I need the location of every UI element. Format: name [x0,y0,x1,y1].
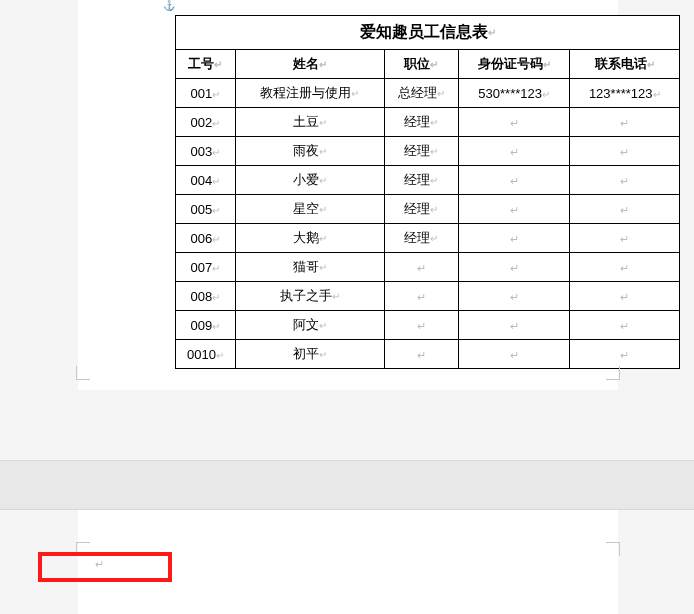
cell-idcard: ↵ [458,224,570,253]
header-id-label: 工号 [188,56,214,71]
paragraph-mark-icon: ↵ [212,89,220,100]
cell-position-value: 经理 [404,230,430,245]
paragraph-mark-icon: ↵ [620,175,629,187]
cell-id: 002↵ [176,108,236,137]
cell-idcard-value: 530****123 [478,86,542,101]
table-row: 009↵阿文↵↵↵↵↵ [176,311,680,340]
cell-id: 0010↵ [176,340,236,369]
cell-name: 教程注册与使用↵ [235,79,384,108]
cell-phone: ↵↵ [570,224,680,253]
cell-id: 009↵ [176,311,236,340]
cell-name-value: 小爱 [293,172,319,187]
cell-phone: ↵↵ [570,311,680,340]
cell-name-value: 阿文 [293,317,319,332]
cell-phone-value: 123****123 [589,86,653,101]
cell-name: 阿文↵ [235,311,384,340]
cell-id-value: 002 [191,115,213,130]
paragraph-mark-icon: ↵ [510,233,519,245]
paragraph-mark-icon: ↵ [319,349,327,360]
paragraph-mark-icon: ↵ [430,146,438,157]
table-title-row: 爱知趣员工信息表↵ ↵ [176,16,680,50]
cell-name-value: 初平 [293,346,319,361]
table-row: 004↵小爱↵经理↵↵↵↵ [176,166,680,195]
cell-position-value: 经理 [404,114,430,129]
cell-idcard: ↵ [458,108,570,137]
paragraph-mark-icon: ↵ [620,204,629,216]
paragraph-mark-icon: ↵ [417,262,426,274]
anchor-icon: ⚓ [163,0,175,11]
header-position: 职位↵ [384,50,458,79]
cell-position: ↵ [384,340,458,369]
cell-id: 006↵ [176,224,236,253]
cell-position: 经理↵ [384,108,458,137]
cell-position: 经理↵ [384,166,458,195]
paragraph-mark-icon: ↵ [319,233,327,244]
header-idcard-label: 身份证号码 [478,56,543,71]
cell-name-value: 执子之手 [280,288,332,303]
paragraph-mark-icon: ↵ [510,349,519,361]
table-header-row: 工号↵ 姓名↵ 职位↵ 身份证号码↵ 联系电话↵ ↵ [176,50,680,79]
cell-position: 经理↵ [384,224,458,253]
cell-position: 经理↵ [384,195,458,224]
paragraph-mark-icon: ↵ [95,558,104,571]
paragraph-mark-icon: ↵ [510,204,519,216]
cell-name: 土豆↵ [235,108,384,137]
paragraph-mark-icon: ↵ [620,291,629,303]
paragraph-mark-icon: ↵ [647,59,655,70]
paragraph-mark-icon: ↵ [430,175,438,186]
cell-id-value: 006 [191,231,213,246]
header-name: 姓名↵ [235,50,384,79]
cell-id-value: 0010 [187,347,216,362]
cell-position-value: 经理 [404,201,430,216]
cell-phone: ↵↵ [570,340,680,369]
paragraph-mark-icon: ↵ [212,118,220,129]
page-gap [0,460,694,510]
cell-idcard: ↵ [458,311,570,340]
cell-name: 雨夜↵ [235,137,384,166]
paragraph-mark-icon: ↵ [620,320,629,332]
paragraph-mark-icon: ↵ [212,321,220,332]
paragraph-mark-icon: ↵ [417,349,426,361]
cell-idcard: ↵ [458,137,570,166]
header-phone: 联系电话↵ ↵ [570,50,680,79]
paragraph-mark-icon: ↵ [620,233,629,245]
cell-idcard: ↵ [458,282,570,311]
employee-table: 爱知趣员工信息表↵ ↵ 工号↵ 姓名↵ 职位↵ 身份证号码↵ 联系电话↵ ↵ 0… [175,15,680,369]
paragraph-mark-icon: ↵ [351,88,359,99]
table-row: 007↵猫哥↵↵↵↵↵ [176,253,680,282]
table-row: 0010↵初平↵↵↵↵↵ [176,340,680,369]
paragraph-mark-icon: ↵ [510,175,519,187]
cell-idcard: ↵ [458,253,570,282]
cell-phone: ↵↵ [570,108,680,137]
cell-position: 总经理↵ [384,79,458,108]
paragraph-mark-icon: ↵ [319,262,327,273]
cell-id-value: 001 [191,86,213,101]
cell-name-value: 大鹅 [293,230,319,245]
page-margin-corner [606,542,620,556]
paragraph-mark-icon: ↵ [319,146,327,157]
cell-id: 007↵ [176,253,236,282]
paragraph-mark-icon: ↵ [212,234,220,245]
cell-name: 执子之手↵ [235,282,384,311]
cell-name-value: 教程注册与使用 [260,85,351,100]
paragraph-mark-icon: ↵ [417,291,426,303]
header-name-label: 姓名 [293,56,319,71]
page-margin-corner [606,366,620,380]
paragraph-mark-icon: ↵ [620,349,629,361]
cell-idcard: ↵ [458,340,570,369]
paragraph-mark-icon: ↵ [620,117,629,129]
cell-idcard: 530****123↵ [458,79,570,108]
cell-phone: ↵↵ [570,166,680,195]
paragraph-mark-icon: ↵ [216,350,224,361]
cell-id-value: 005 [191,202,213,217]
paragraph-mark-icon: ↵ [542,89,550,100]
cell-phone: ↵↵ [570,137,680,166]
paragraph-mark-icon: ↵ [319,117,327,128]
paragraph-mark-icon: ↵ [212,263,220,274]
cell-name: 星空↵ [235,195,384,224]
paragraph-mark-icon: ↵ [510,117,519,129]
header-idcard: 身份证号码↵ [458,50,570,79]
table-row: 005↵星空↵经理↵↵↵↵ [176,195,680,224]
paragraph-mark-icon: ↵ [510,291,519,303]
table-row: 008↵执子之手↵↵↵↵↵ [176,282,680,311]
